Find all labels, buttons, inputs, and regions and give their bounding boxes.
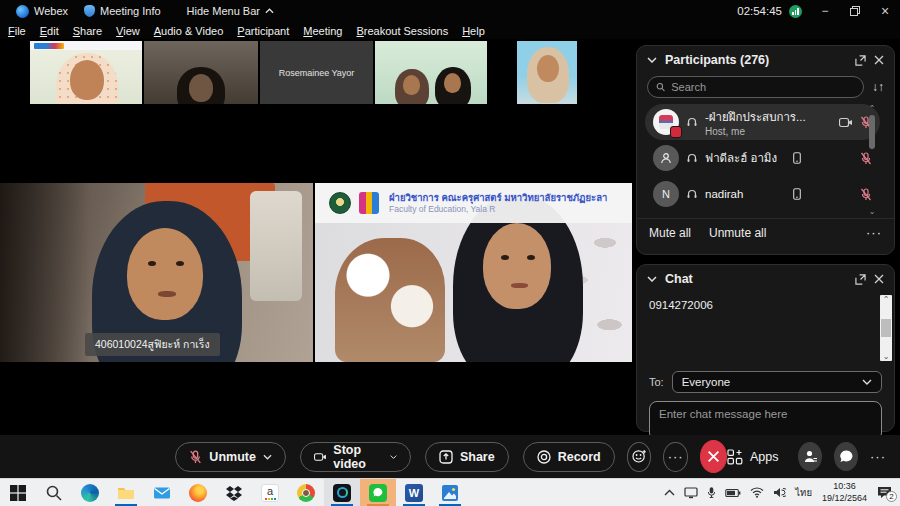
- chrome-button[interactable]: [288, 479, 324, 506]
- avatar: N: [653, 181, 679, 207]
- line-taskbar-button[interactable]: [360, 479, 396, 506]
- stop-video-button[interactable]: Stop video: [300, 442, 411, 472]
- chat-scrollbar[interactable]: ⌃ ⌄: [880, 295, 892, 361]
- collapse-chat-icon[interactable]: [647, 276, 657, 282]
- banner-english-text: Faculty of Education, Yala R: [389, 204, 607, 215]
- main-video-left[interactable]: 406010024สูฟิยะห์ กาเร็ง: [0, 183, 313, 362]
- reactions-button[interactable]: [627, 442, 652, 472]
- participant-row-host[interactable]: -ฝ่ายฝึกประสบการ... Host, me: [645, 104, 880, 140]
- tray-expand-icon[interactable]: [664, 489, 675, 496]
- webex-taskbar-button[interactable]: [324, 479, 360, 506]
- menu-share[interactable]: Share: [73, 25, 102, 37]
- background-blanket: [335, 238, 445, 362]
- participants-search[interactable]: [647, 76, 864, 98]
- dropbox-button[interactable]: [216, 479, 252, 506]
- collapse-participants-icon[interactable]: [647, 57, 657, 63]
- menu-meeting[interactable]: Meeting: [303, 25, 342, 37]
- start-button[interactable]: [0, 479, 36, 506]
- chevron-down-icon: [862, 379, 872, 385]
- hide-menu-bar-button[interactable]: Hide Menu Bar: [187, 5, 274, 17]
- chevron-down-icon[interactable]: [263, 454, 272, 460]
- file-explorer-button[interactable]: [108, 479, 144, 506]
- unmute-button[interactable]: Unmute: [175, 442, 286, 472]
- participant-row[interactable]: ฟาดีละฮ์ อามิง: [645, 140, 880, 176]
- popout-chat-icon[interactable]: [855, 274, 866, 285]
- participants-search-input[interactable]: [671, 81, 855, 93]
- meeting-info-button[interactable]: Meeting Info: [84, 5, 161, 17]
- taskbar-search-button[interactable]: [36, 479, 72, 506]
- video-thumbnail-5[interactable]: [489, 41, 605, 104]
- close-window-button[interactable]: ×: [870, 0, 900, 22]
- leave-meeting-button[interactable]: [700, 440, 727, 473]
- participants-more-icon[interactable]: ···: [866, 225, 882, 240]
- word-taskbar-button[interactable]: W: [396, 479, 432, 506]
- camera-on-icon[interactable]: [839, 117, 853, 128]
- menu-help[interactable]: Help: [462, 25, 485, 37]
- main-video-right[interactable]: ฝ่ายวิชาการ คณะครุศาสตร์ มหาวิทยาลัยราชภ…: [315, 183, 632, 362]
- popout-participants-icon[interactable]: [855, 55, 866, 66]
- person-face: [127, 228, 203, 320]
- apps-button[interactable]: Apps: [727, 449, 779, 465]
- video-thumbnail-3[interactable]: Rosemainee Yayor: [260, 41, 373, 104]
- participant-row[interactable]: [645, 212, 880, 216]
- close-participants-icon[interactable]: [874, 55, 884, 65]
- volume-icon[interactable]: [773, 487, 786, 498]
- participant-row[interactable]: N nadirah: [645, 176, 880, 212]
- tray-mic-icon[interactable]: [707, 486, 716, 499]
- headset-icon: [686, 116, 698, 128]
- share-button[interactable]: Share: [425, 442, 509, 472]
- notification-center-button[interactable]: 2: [877, 486, 892, 499]
- meeting-info-icon: [84, 5, 95, 17]
- mail-button[interactable]: [144, 479, 180, 506]
- video-thumbnail-4[interactable]: [375, 41, 487, 104]
- scroll-down-icon[interactable]: ⌄: [869, 207, 876, 216]
- chevron-down-icon[interactable]: [390, 454, 397, 460]
- close-chat-icon[interactable]: [874, 274, 884, 284]
- scroll-down-icon[interactable]: ⌄: [883, 352, 890, 361]
- unmute-all-button[interactable]: Unmute all: [709, 226, 766, 240]
- scroll-up-icon[interactable]: ⌃: [869, 104, 876, 113]
- cast-device-icon[interactable]: [684, 487, 698, 499]
- menu-view[interactable]: View: [116, 25, 140, 37]
- connection-quality-icon[interactable]: [789, 5, 802, 18]
- menu-edit[interactable]: Edit: [40, 25, 59, 37]
- app-brand: Webex: [16, 5, 68, 18]
- record-badge-icon: [670, 126, 682, 138]
- maximize-button[interactable]: [840, 0, 870, 22]
- taskbar-clock[interactable]: 10:36 19/12/2564: [822, 481, 867, 504]
- menu-audio-video[interactable]: Audio & Video: [154, 25, 224, 37]
- firefox-button[interactable]: [180, 479, 216, 506]
- language-indicator[interactable]: ไทย: [795, 485, 812, 500]
- meeting-info-label: Meeting Info: [100, 5, 161, 17]
- scroll-up-icon[interactable]: ⌃: [883, 295, 890, 304]
- battery-icon[interactable]: [725, 488, 741, 498]
- sort-participants-icon[interactable]: ↓↑: [872, 80, 884, 94]
- controlbar-more-icon[interactable]: ···: [870, 449, 886, 464]
- participants-toggle-button[interactable]: [798, 442, 822, 471]
- to-label: To:: [649, 376, 664, 388]
- recipient-dropdown[interactable]: Everyone: [672, 371, 882, 393]
- record-button[interactable]: Record: [523, 442, 615, 472]
- scrollbar-thumb[interactable]: [881, 319, 891, 337]
- photos-taskbar-button[interactable]: [432, 479, 468, 506]
- recipient-value: Everyone: [682, 376, 731, 388]
- video-thumbnail-2[interactable]: [144, 41, 258, 104]
- person-face: [189, 74, 213, 102]
- chat-toggle-button[interactable]: [834, 442, 858, 471]
- wifi-icon[interactable]: [750, 487, 764, 498]
- webex-logo-icon: [16, 5, 29, 18]
- menu-file[interactable]: File: [8, 25, 26, 37]
- more-options-button[interactable]: ···: [663, 442, 688, 472]
- minimize-button[interactable]: −: [810, 0, 840, 22]
- person-face: [537, 55, 559, 82]
- menu-participant[interactable]: Participant: [237, 25, 289, 37]
- participants-scrollbar[interactable]: ⌃ ⌄: [867, 104, 877, 216]
- video-thumbnail-1[interactable]: [30, 41, 142, 104]
- banner-thai-text: ฝ่ายวิชาการ คณะครุศาสตร์ มหาวิทยาลัยราชภ…: [389, 192, 607, 204]
- participants-list: -ฝ่ายฝึกประสบการ... Host, me ฟาดีละฮ: [645, 104, 880, 216]
- mute-all-button[interactable]: Mute all: [649, 226, 691, 240]
- menu-breakout-sessions[interactable]: Breakout Sessions: [356, 25, 448, 37]
- a-app-button[interactable]: a: [252, 479, 288, 506]
- edge-browser-button[interactable]: [72, 479, 108, 506]
- scrollbar-thumb[interactable]: [869, 115, 875, 149]
